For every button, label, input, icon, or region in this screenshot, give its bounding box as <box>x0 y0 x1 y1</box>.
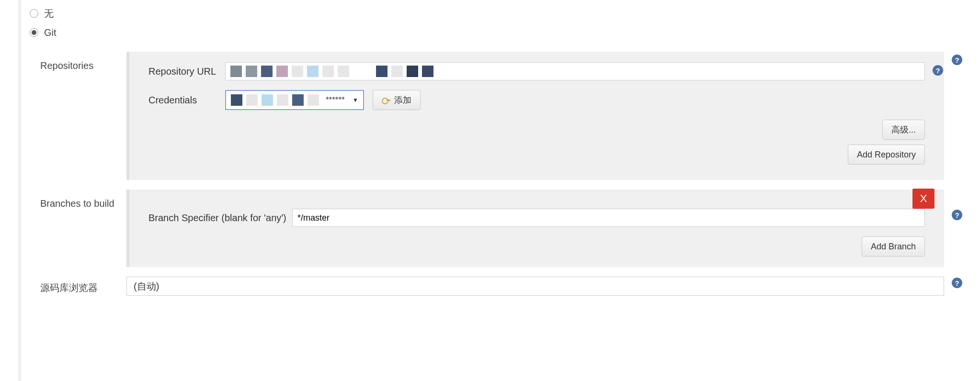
add-repository-button[interactable]: Add Repository <box>848 145 925 165</box>
branches-body: X ? Branch Specifier (blank for 'any') A… <box>126 190 944 267</box>
add-branch-button[interactable]: Add Branch <box>862 236 925 257</box>
add-repository-label: Add Repository <box>857 150 916 160</box>
form-panel: 无 Git Repositories ? Repository URL <box>18 0 973 381</box>
repo-url-label: Repository URL <box>148 66 225 77</box>
radio-icon-selected <box>30 28 38 37</box>
add-branch-label: Add Branch <box>871 242 916 252</box>
repo-browser-select[interactable]: (自动) <box>126 277 944 296</box>
add-credentials-label: 添加 <box>394 94 411 106</box>
help-icon[interactable]: ? <box>933 65 943 76</box>
repo-browser-label: 源码库浏览器 <box>21 279 126 294</box>
repo-browser-value: (自动) <box>134 280 159 293</box>
advanced-row: 高级... <box>148 120 925 140</box>
credentials-value: ****** <box>326 95 345 105</box>
scm-radio-group: 无 Git <box>21 4 973 42</box>
delete-branch-button[interactable]: X <box>912 189 934 209</box>
branch-specifier-label: Branch Specifier (blank for 'any') <box>148 213 292 224</box>
scm-option-none-label: 无 <box>44 7 54 20</box>
scm-option-none[interactable]: 无 <box>30 4 973 23</box>
repo-browser-row: 源码库浏览器 (自动) ? <box>21 277 973 296</box>
repo-url-input[interactable] <box>225 62 925 80</box>
redacted-content <box>231 94 319 106</box>
branch-specifier-row: Branch Specifier (blank for 'any') <box>148 209 925 227</box>
repo-url-row: Repository URL ? <box>148 62 925 80</box>
help-icon[interactable]: ? <box>952 278 962 288</box>
branches-section: Branches to build X ? Branch Specifier (… <box>21 190 973 267</box>
chevron-down-icon: ▼ <box>353 97 358 103</box>
repositories-body: ? Repository URL ? Credentials <box>126 52 944 180</box>
credentials-label: Credentials <box>148 95 225 106</box>
page-root: 无 Git Repositories ? Repository URL <box>0 0 980 381</box>
redacted-content <box>230 66 433 77</box>
add-branch-row: Add Branch <box>148 236 925 257</box>
scm-option-git[interactable]: Git <box>30 23 973 42</box>
scm-option-git-label: Git <box>44 27 57 38</box>
repositories-label: Repositories <box>21 52 126 180</box>
help-icon[interactable]: ? <box>952 55 962 65</box>
advanced-button-label: 高级... <box>891 124 916 135</box>
key-icon <box>382 97 390 103</box>
add-repo-row: Add Repository <box>148 145 925 165</box>
branch-specifier-input[interactable] <box>292 209 925 227</box>
add-credentials-button[interactable]: 添加 <box>373 90 421 110</box>
credentials-select[interactable]: ****** ▼ <box>225 90 364 110</box>
help-icon[interactable]: ? <box>952 210 962 220</box>
credentials-row: Credentials ****** ▼ <box>148 90 925 110</box>
advanced-button[interactable]: 高级... <box>882 120 925 140</box>
repositories-section: Repositories ? Repository URL ? <box>21 52 973 180</box>
radio-icon <box>30 9 38 18</box>
branches-label: Branches to build <box>21 190 126 267</box>
